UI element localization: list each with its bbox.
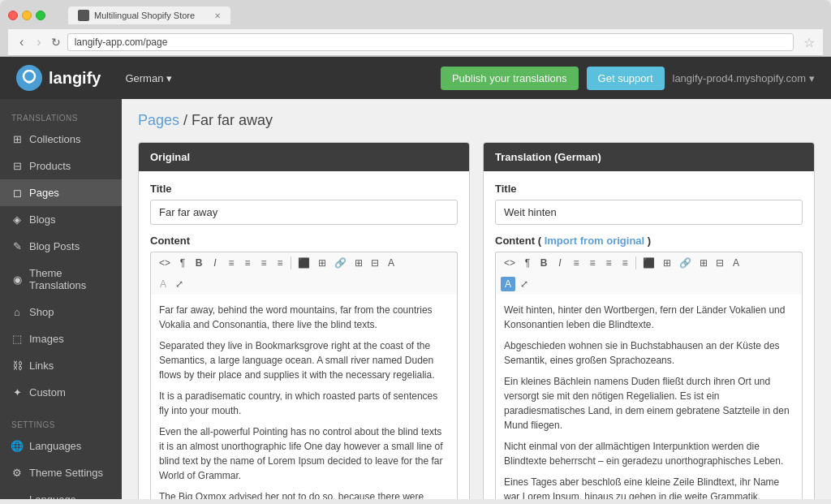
link-btn: 🔗: [331, 256, 350, 270]
sidebar-label-links: Links: [29, 360, 54, 372]
minimize-button[interactable]: [22, 11, 32, 20]
sidebar-item-shop[interactable]: ⌂ Shop: [0, 299, 122, 325]
grid-icon: ⊞: [11, 134, 23, 145]
sidebar-item-languages[interactable]: 🌐 Languages: [0, 433, 122, 459]
sidebar-item-products[interactable]: ⊟ Products: [0, 153, 122, 179]
star-icon: ✦: [11, 387, 23, 398]
logo-area: langify: [16, 65, 101, 91]
sidebar-label-blogs: Blogs: [29, 213, 56, 226]
support-button[interactable]: Get support: [587, 67, 665, 90]
translation-panel: Translation (German) Title Content ( Imp…: [483, 142, 815, 499]
translation-content-label: Content ( Import from original ): [495, 235, 803, 247]
t-para-btn[interactable]: ¶: [520, 256, 535, 270]
t-outdent-btn[interactable]: ≡: [618, 256, 632, 270]
app-header: langify German ▾ Publish your translatio…: [0, 57, 831, 99]
original-title-label: Title: [150, 183, 458, 195]
publish-button[interactable]: Publish your translations: [441, 67, 579, 90]
image-btn: ⬛: [295, 256, 313, 270]
t-bold-btn[interactable]: B: [536, 256, 551, 270]
sidebar-label-theme-translations: Theme Translations: [29, 267, 110, 291]
translation-title-input[interactable]: [495, 200, 803, 225]
table-btn: ⊞: [315, 256, 329, 270]
t-color-btn[interactable]: A: [501, 277, 515, 291]
logo-icon: [16, 65, 42, 91]
original-content-editor: Far far away, behind the word mountains,…: [150, 295, 458, 499]
sidebar-item-links[interactable]: ⛓ Links: [0, 352, 122, 379]
sidebar-label-images: Images: [29, 333, 64, 345]
sidebar-item-theme-settings[interactable]: ⚙ Theme Settings: [0, 459, 122, 486]
chevron-down-icon: ▾: [166, 72, 172, 84]
sidebar-item-pages[interactable]: ◻ Pages: [0, 179, 122, 206]
original-editor-toolbar2: A ⤢: [150, 274, 458, 295]
file-icon: ◻: [11, 187, 23, 199]
settings-icon: ⚙: [11, 467, 23, 479]
sidebar-label-custom: Custom: [29, 386, 66, 398]
t-ol-btn[interactable]: ≡: [585, 256, 600, 270]
t-image-btn[interactable]: ⬛: [639, 256, 658, 270]
t-indent-btn[interactable]: ≡: [601, 256, 616, 270]
language-label: German: [125, 72, 163, 84]
t-fullscreen-btn[interactable]: ⤢: [517, 277, 532, 291]
translation-content-editor[interactable]: Weit hinten, hinter den Wortbergen, fern…: [495, 295, 803, 499]
t-align-btn[interactable]: ⊟: [713, 256, 727, 270]
palette-icon: ◉: [11, 274, 23, 285]
t-italic-btn[interactable]: I: [553, 256, 567, 270]
bold-btn: B: [192, 256, 206, 270]
sidebar-label-products: Products: [29, 160, 71, 172]
translations-section-label: TRANSLATIONS: [0, 107, 122, 126]
address-bar[interactable]: [67, 33, 794, 51]
toolbar-separator: [291, 256, 291, 269]
browser-chrome: Multilingual Shopify Store ✕ ‹ › ↻ ☆: [0, 0, 831, 57]
sidebar-label-pages: Pages: [29, 187, 59, 199]
close-button[interactable]: [8, 11, 18, 20]
home-icon: ⌂: [11, 307, 23, 318]
back-button[interactable]: ‹: [16, 33, 27, 51]
chevron-down-icon: ▾: [809, 72, 815, 84]
sidebar-item-custom[interactable]: ✦ Custom: [0, 379, 122, 406]
fullscreen-btn: ⤢: [172, 277, 187, 291]
sidebar-label-languages: Languages: [29, 440, 81, 452]
t-font-btn[interactable]: A: [729, 256, 743, 270]
maximize-button[interactable]: [36, 11, 45, 20]
sidebar-item-blog-posts[interactable]: ✎ Blog Posts: [0, 233, 122, 260]
t-link-btn[interactable]: 🔗: [676, 256, 695, 270]
sidebar-item-collections[interactable]: ⊞ Collections: [0, 126, 122, 153]
ol-btn: ≡: [240, 256, 255, 270]
forward-button[interactable]: ›: [33, 33, 44, 51]
tab-close-icon[interactable]: ✕: [214, 11, 221, 20]
t-embed-btn[interactable]: ⊞: [696, 256, 711, 270]
sidebar: TRANSLATIONS ⊞ Collections ⊟ Products ◻ …: [0, 99, 122, 499]
refresh-button[interactable]: ↻: [51, 36, 61, 49]
sidebar-label-theme-settings: Theme Settings: [29, 467, 103, 479]
traffic-lights: [8, 11, 45, 20]
globe-icon: 🌐: [11, 441, 23, 452]
breadcrumb-parent[interactable]: Pages: [138, 112, 179, 128]
t-ul-btn[interactable]: ≡: [569, 256, 583, 270]
sidebar-item-theme-translations[interactable]: ◉ Theme Translations: [0, 260, 122, 299]
original-content-label: Content: [150, 235, 458, 247]
translation-editor-toolbar: <> ¶ B I ≡ ≡ ≡ ≡ ⬛ ⊞ 🔗 ⊞: [495, 252, 803, 274]
import-from-original-link[interactable]: Import from original: [545, 235, 645, 247]
settings-section-label: SETTINGS: [0, 414, 122, 433]
sidebar-item-language-switcher[interactable]: ⇄ Language Switcher: [0, 486, 122, 499]
breadcrumb-current: Far far away: [192, 112, 273, 128]
translation-panel-body: Title Content ( Import from original ) <…: [484, 171, 814, 499]
t-table-btn[interactable]: ⊞: [660, 256, 674, 270]
tag-icon: ⊟: [11, 161, 23, 172]
italic-btn: I: [208, 256, 222, 270]
browser-tab[interactable]: Multilingual Shopify Store ✕: [68, 6, 230, 24]
translation-grid: Original Title Content <> ¶ B I ≡ ≡ ≡: [138, 142, 815, 499]
original-panel: Original Title Content <> ¶ B I ≡ ≡ ≡: [138, 142, 470, 499]
sidebar-label-language-switcher: Language Switcher: [29, 493, 110, 499]
sidebar-item-blogs[interactable]: ◈ Blogs: [0, 206, 122, 233]
sidebar-item-images[interactable]: ⬚ Images: [0, 325, 122, 352]
code-btn: <>: [156, 256, 174, 270]
ul-btn: ≡: [224, 256, 239, 270]
link-icon: ⛓: [11, 360, 23, 372]
original-panel-header: Original: [139, 143, 469, 171]
para-btn: ¶: [175, 256, 190, 270]
language-selector[interactable]: German ▾: [125, 72, 172, 84]
bookmark-icon[interactable]: ☆: [803, 35, 815, 50]
svg-point-0: [24, 71, 35, 82]
t-code-btn[interactable]: <>: [501, 256, 519, 270]
